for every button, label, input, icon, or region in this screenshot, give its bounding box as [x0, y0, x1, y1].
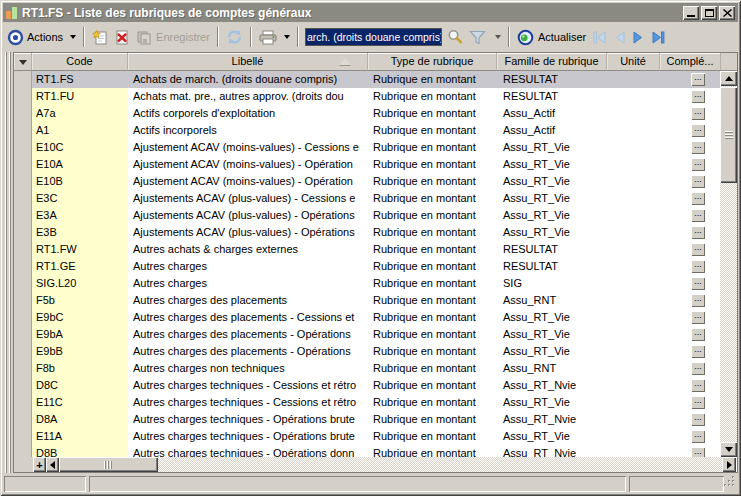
complement-button[interactable]: ... [691, 158, 705, 171]
cell-unite[interactable] [607, 343, 660, 360]
cell-famille[interactable]: Assu_RT_Vie [497, 139, 607, 156]
cell-type[interactable]: Rubrique en montant [368, 207, 497, 224]
row-marker[interactable] [14, 122, 32, 139]
cell-type[interactable]: Rubrique en montant [368, 224, 497, 241]
cell-famille[interactable]: RESULTAT [497, 258, 607, 275]
cell-unite[interactable] [607, 224, 660, 241]
table-row[interactable]: E10A Ajustement ACAV (moins-values) - Op… [14, 156, 721, 173]
cell-unite[interactable] [607, 445, 660, 457]
nav-first-button[interactable] [589, 26, 610, 48]
complement-button[interactable]: ... [691, 277, 705, 290]
cell-type[interactable]: Rubrique en montant [368, 326, 497, 343]
cell-famille[interactable]: Assu_RT_Vie [497, 207, 607, 224]
cell-unite[interactable] [607, 377, 660, 394]
cell-type[interactable]: Rubrique en montant [368, 309, 497, 326]
complement-button[interactable]: ... [691, 447, 705, 457]
cell-libelle[interactable]: Autres charges des placements - Opératio… [128, 326, 368, 343]
horizontal-scrollbar-thumb[interactable] [59, 457, 158, 472]
table-row[interactable]: A7a Actifs corporels d'exploitation Rubr… [14, 105, 721, 122]
row-marker[interactable] [14, 445, 32, 457]
row-marker[interactable] [14, 88, 32, 105]
cell-unite[interactable] [607, 122, 660, 139]
column-chooser-button[interactable] [14, 53, 32, 71]
cell-code[interactable]: E3B [32, 224, 128, 241]
cell-type[interactable]: Rubrique en montant [368, 411, 497, 428]
horizontal-scrollbar-track[interactable] [59, 457, 722, 472]
cell-libelle[interactable]: Autres charges [128, 258, 368, 275]
cell-code[interactable]: SIG.L20 [32, 275, 128, 292]
cell-libelle[interactable]: Achats de march. (droits douane compris) [128, 71, 368, 88]
cell-unite[interactable] [607, 326, 660, 343]
cell-unite[interactable] [607, 88, 660, 105]
cell-famille[interactable]: Assu_RNT [497, 360, 607, 377]
save-button[interactable]: Enregistrer [133, 26, 213, 48]
cell-libelle[interactable]: Autres charges techniques - Cessions et … [128, 394, 368, 411]
table-row[interactable]: E11C Autres charges techniques - Cession… [14, 394, 721, 411]
complement-button[interactable]: ... [691, 141, 705, 154]
cell-code[interactable]: D8C [32, 377, 128, 394]
cell-code[interactable]: E10A [32, 156, 128, 173]
row-marker[interactable] [14, 411, 32, 428]
cell-libelle[interactable]: Actifs corporels d'exploitation [128, 105, 368, 122]
table-row[interactable]: E10B Ajustement ACAV (moins-values) - Op… [14, 173, 721, 190]
cell-famille[interactable]: RESULTAT [497, 241, 607, 258]
table-row[interactable]: D8B Autres charges techniques - Opératio… [14, 445, 721, 457]
scroll-right-button[interactable] [722, 457, 736, 472]
cell-code[interactable]: E9bB [32, 343, 128, 360]
cell-type[interactable]: Rubrique en montant [368, 190, 497, 207]
cell-famille[interactable]: Assu_RT_Vie [497, 343, 607, 360]
table-row[interactable]: RT1.FW Autres achats & charges externes … [14, 241, 721, 258]
cell-unite[interactable] [607, 207, 660, 224]
column-header-code[interactable]: Code [32, 53, 128, 71]
complement-button[interactable]: ... [691, 362, 705, 375]
complement-button[interactable]: ... [691, 192, 705, 205]
cell-unite[interactable] [607, 292, 660, 309]
complement-button[interactable]: ... [691, 413, 705, 426]
cell-libelle[interactable]: Achats mat. pre., autres approv. (droits… [128, 88, 368, 105]
titlebar[interactable]: RT1.FS - Liste des rubriques de comptes … [3, 3, 738, 22]
complement-button[interactable]: ... [691, 90, 705, 103]
cell-code[interactable]: A1 [32, 122, 128, 139]
row-marker[interactable] [14, 275, 32, 292]
cell-unite[interactable] [607, 275, 660, 292]
row-marker[interactable] [14, 190, 32, 207]
add-row-button[interactable]: + [33, 457, 46, 472]
row-marker[interactable] [14, 105, 32, 122]
cell-type[interactable]: Rubrique en montant [368, 241, 497, 258]
cell-unite[interactable] [607, 428, 660, 445]
cell-unite[interactable] [607, 173, 660, 190]
close-button[interactable] [719, 6, 735, 20]
cell-code[interactable]: F8b [32, 360, 128, 377]
table-row[interactable]: E9bA Autres charges des placements - Opé… [14, 326, 721, 343]
resize-grip-icon[interactable] [723, 473, 735, 491]
cell-unite[interactable] [607, 258, 660, 275]
table-row[interactable]: E3C Ajustements ACAV (plus-values) - Ces… [14, 190, 721, 207]
cell-code[interactable]: E10B [32, 173, 128, 190]
table-row[interactable]: E9bB Autres charges des placements - Opé… [14, 343, 721, 360]
row-marker[interactable] [14, 326, 32, 343]
column-header-libelle[interactable]: Libellé [128, 53, 368, 71]
cell-unite[interactable] [607, 105, 660, 122]
search-button[interactable] [444, 26, 466, 48]
cell-libelle[interactable]: Ajustement ACAV (moins-values) - Opérati… [128, 156, 368, 173]
cell-unite[interactable] [607, 139, 660, 156]
scroll-down-button[interactable] [720, 442, 737, 457]
cell-libelle[interactable]: Ajustement ACAV (moins-values) - Opérati… [128, 173, 368, 190]
cell-type[interactable]: Rubrique en montant [368, 445, 497, 457]
cell-libelle[interactable]: Ajustements ACAV (plus-values) - Opérati… [128, 224, 368, 241]
row-marker[interactable] [14, 139, 32, 156]
delete-button[interactable] [111, 26, 133, 48]
cell-type[interactable]: Rubrique en montant [368, 360, 497, 377]
nav-next-button[interactable] [629, 26, 648, 48]
cell-code[interactable]: RT1.FS [32, 71, 128, 88]
cell-unite[interactable] [607, 190, 660, 207]
column-header-complement[interactable]: Complé... [660, 53, 721, 71]
table-row[interactable]: F8b Autres charges non techniques Rubriq… [14, 360, 721, 377]
cell-libelle[interactable]: Autres charges [128, 275, 368, 292]
cell-famille[interactable]: RESULTAT [497, 88, 607, 105]
scroll-up-button[interactable] [720, 71, 737, 86]
cell-famille[interactable]: Assu_RT_Vie [497, 394, 607, 411]
cell-famille[interactable]: Assu_RT_Vie [497, 428, 607, 445]
cell-libelle[interactable]: Autres charges des placements [128, 292, 368, 309]
cell-unite[interactable] [607, 71, 660, 88]
